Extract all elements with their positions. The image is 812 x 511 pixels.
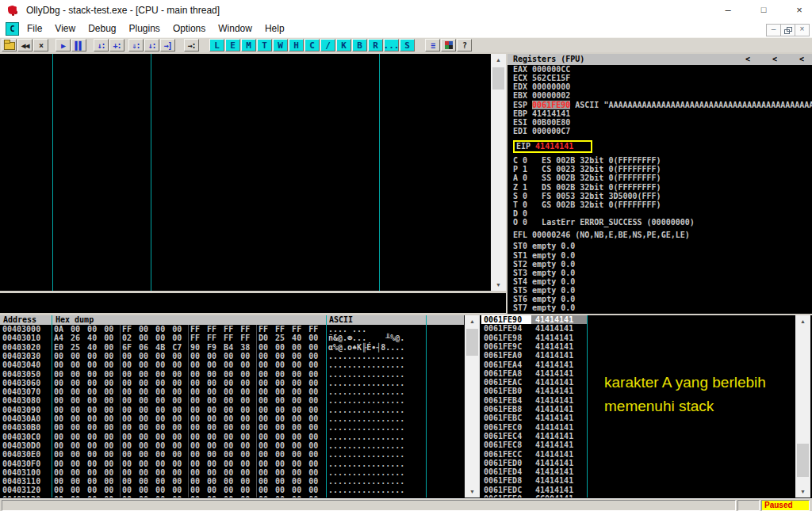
stack-row[interactable]: 0061FEC441414141 xyxy=(481,432,795,440)
stack-row[interactable]: 0061FEC841414141 xyxy=(481,440,795,449)
hexdump-row[interactable]: 0040308000 00 00 0000 00 00 0000 00 00 0… xyxy=(0,396,464,405)
stack-row[interactable]: 0061FED441414141 xyxy=(481,467,795,476)
hexdump-row[interactable]: 004030B000 00 00 0000 00 00 0000 00 00 0… xyxy=(0,423,464,432)
window-button-K[interactable]: K xyxy=(336,39,351,51)
menu-item-plugins[interactable]: Plugins xyxy=(123,21,167,37)
stack-row[interactable]: 0061FEA041414141 xyxy=(481,351,795,360)
hexdump-row[interactable]: 004030C000 00 00 0000 00 00 0000 00 00 0… xyxy=(0,433,464,441)
fpu-register-line[interactable]: ST3 empty 0.0 xyxy=(513,269,812,277)
registers-nav-icon[interactable]: < xyxy=(772,54,777,65)
register-line-esp[interactable]: ESP 0061FE90 ASCII "AAAAAAAAAAAAAAAAAAAA… xyxy=(513,101,812,109)
execute-till-return-button[interactable]: →] xyxy=(160,39,175,51)
disassembly-scrollbar[interactable]: ▲ ▼ xyxy=(491,54,506,291)
efl-line[interactable]: EFL 00000246 (NO,NB,E,BE,NS,PE,GE,LE) xyxy=(513,231,812,239)
step-into-button[interactable]: ↓: xyxy=(94,39,109,51)
hexdump-row[interactable]: 004030A000 00 00 0000 00 00 0000 00 00 0… xyxy=(0,414,464,423)
hexdump-row[interactable]: 004030000A 00 00 00FF 00 00 00FF FF FF F… xyxy=(0,325,464,334)
menu-item-window[interactable]: Window xyxy=(212,21,259,37)
hexdump-row[interactable]: 00403020E0 25 40 006F 06 4B C790 F9 B4 3… xyxy=(0,343,464,352)
disassembly-pane[interactable] xyxy=(0,54,490,291)
flag-line[interactable]: C 0 ES 002B 32bit 0(FFFFFFFF) xyxy=(513,156,812,165)
register-line-ebp[interactable]: EBP 41414141 xyxy=(513,109,812,118)
window-button-S[interactable]: S xyxy=(400,39,415,51)
run-button[interactable]: ▶ xyxy=(56,39,71,51)
close-button[interactable]: × xyxy=(787,0,811,21)
fpu-register-line[interactable]: ST0 empty 0.0 xyxy=(513,242,812,250)
stack-row[interactable]: 0061FED841414141 xyxy=(481,476,795,485)
help-button[interactable]: ? xyxy=(457,39,472,51)
menu-item-options[interactable]: Options xyxy=(167,21,212,37)
scrollbar-thumb[interactable] xyxy=(466,329,478,356)
window-button-E[interactable]: E xyxy=(225,39,240,51)
flag-line[interactable]: T 0 GS 002B 32bit 0(FFFFFFFF) xyxy=(513,200,812,209)
maximize-button[interactable]: □ xyxy=(752,0,776,21)
flag-line[interactable]: A 0 SS 002B 32bit 0(FFFFFFFF) xyxy=(513,174,812,182)
fpu-register-line[interactable]: ST1 empty 0.0 xyxy=(513,251,812,260)
hexdump-row[interactable]: 0040306000 00 00 0000 00 00 0000 00 00 0… xyxy=(0,379,464,387)
hexdump-row[interactable]: 004030F000 00 00 0000 00 00 0000 00 00 0… xyxy=(0,460,464,468)
stack-row[interactable]: 0061FE9441414141 xyxy=(481,324,795,333)
stack-row[interactable]: 0061FEC041414141 xyxy=(481,423,795,432)
fpu-register-line[interactable]: ST7 empty 0.0 xyxy=(513,303,812,312)
hexdump-row[interactable]: 0040311000 00 00 0000 00 00 0000 00 00 0… xyxy=(0,477,464,486)
scroll-up-icon[interactable]: ▲ xyxy=(491,54,506,66)
stack-row[interactable]: 0061FEE0CC004141 xyxy=(481,494,795,498)
registers-nav-icon[interactable]: < xyxy=(745,54,750,65)
fpu-register-line[interactable]: ST2 empty 0.0 xyxy=(513,260,812,269)
hexdump-row[interactable]: 0040313000 00 00 0000 00 00 0000 00 00 0… xyxy=(0,495,464,498)
step-over-button[interactable]: +: xyxy=(109,39,124,51)
scroll-up-icon[interactable]: ▲ xyxy=(795,315,810,327)
hexdump-scrollbar[interactable]: ▲ ▼ xyxy=(465,315,480,498)
stack-row[interactable]: 0061FE9C41414141 xyxy=(481,342,795,351)
register-line-edx[interactable]: EDX 00000000 xyxy=(513,82,812,91)
scroll-down-icon[interactable]: ▼ xyxy=(465,486,480,498)
mdi-close-button[interactable]: × xyxy=(795,24,810,36)
register-line-esi[interactable]: ESI 00B00E80 xyxy=(513,118,812,127)
menu-item-help[interactable]: Help xyxy=(259,21,291,37)
open-file-button[interactable] xyxy=(2,39,17,51)
fpu-register-line[interactable]: ST5 empty 0.0 xyxy=(513,286,812,295)
hexdump-row[interactable]: 00403010A4 26 40 0002 00 00 00FF FF FF F… xyxy=(0,334,464,342)
hexdump-row[interactable]: 004030D000 00 00 0000 00 00 0000 00 00 0… xyxy=(0,441,464,450)
register-line-ecx[interactable]: ECX 562CE15F xyxy=(513,74,812,82)
flag-line[interactable]: O 0 LastErr ERROR_SUCCESS (00000000) xyxy=(513,218,812,227)
window-button-H[interactable]: H xyxy=(289,39,304,51)
animate-into-button[interactable]: ⇓: xyxy=(128,39,144,51)
close-program-button[interactable]: × xyxy=(33,39,48,51)
flag-line[interactable]: S 0 FS 0053 32bit 3D5000(FFF) xyxy=(513,192,812,200)
hexdump-row[interactable]: 0040304000 00 00 0000 00 00 0000 00 00 0… xyxy=(0,360,464,369)
scroll-down-icon[interactable]: ▼ xyxy=(491,279,506,291)
scrollbar-thumb[interactable] xyxy=(797,444,809,477)
window-button-R[interactable]: R xyxy=(368,39,383,51)
window-button-T[interactable]: T xyxy=(257,39,272,51)
go-to-address-button[interactable]: →: xyxy=(184,39,199,51)
hexdump-row[interactable]: 0040303000 00 00 0000 00 00 0000 00 00 0… xyxy=(0,352,464,360)
stack-row[interactable]: 0061FEA441414141 xyxy=(481,360,795,369)
animate-over-button[interactable]: ↓: xyxy=(144,39,159,51)
stack-row[interactable]: 0061FE9841414141 xyxy=(481,334,795,342)
flag-line[interactable]: Z 1 DS 002B 32bit 0(FFFFFFFF) xyxy=(513,183,812,192)
mdi-minimize-button[interactable]: – xyxy=(766,24,781,36)
stack-row[interactable]: 0061FE9041414141 xyxy=(481,315,795,324)
menu-item-debug[interactable]: Debug xyxy=(82,21,122,37)
window-button-C[interactable]: C xyxy=(304,39,320,51)
restart-button[interactable]: ◀◀ xyxy=(17,39,33,51)
register-line-eip[interactable]: EIP 41414141 xyxy=(513,140,812,154)
register-line-edi[interactable]: EDI 000000C7 xyxy=(513,127,812,135)
stack-row[interactable]: 0061FED041414141 xyxy=(481,459,795,467)
log-window-button[interactable]: ≡ xyxy=(425,39,440,51)
register-line-ebx[interactable]: EBX 00000002 xyxy=(513,91,812,100)
hexdump-row[interactable]: 0040307000 00 00 0000 00 00 0000 00 00 0… xyxy=(0,387,464,396)
cpu-window-icon[interactable]: C xyxy=(6,22,19,36)
registers-nav-icon[interactable]: < xyxy=(799,54,804,65)
window-button-dots[interactable]: ... xyxy=(384,39,399,51)
hexdump-row[interactable]: 0040312000 00 00 0000 00 00 0000 00 00 0… xyxy=(0,486,464,494)
menu-item-view[interactable]: View xyxy=(48,21,82,37)
window-button-M[interactable]: M xyxy=(241,39,256,51)
register-line-eax[interactable]: EAX 000000CC xyxy=(513,65,812,74)
fpu-register-line[interactable]: ST6 empty 0.0 xyxy=(513,295,812,303)
menu-item-file[interactable]: File xyxy=(21,21,48,37)
appearance-button[interactable] xyxy=(441,39,456,51)
window-button-W[interactable]: W xyxy=(273,39,288,51)
hexdump-row[interactable]: 004030E000 00 00 0000 00 00 0000 00 00 0… xyxy=(0,450,464,459)
